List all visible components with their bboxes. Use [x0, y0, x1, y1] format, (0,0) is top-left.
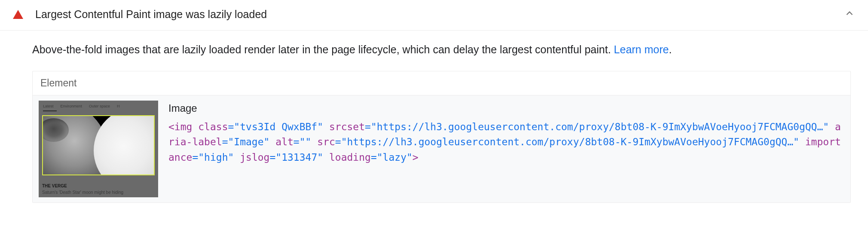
- code-attr: jslog: [240, 152, 269, 163]
- audit-description: Above-the-fold images that are lazily lo…: [32, 42, 851, 58]
- code-punct: =: [228, 121, 234, 132]
- description-suffix: .: [669, 43, 672, 55]
- code-tag-open: <img: [168, 121, 192, 132]
- code-val: "lazy": [377, 152, 413, 163]
- code-attr: srcset: [329, 121, 365, 132]
- code-val: "131347": [275, 152, 323, 163]
- thumb-nav-item: H: [117, 104, 120, 108]
- element-label: Image: [168, 102, 844, 114]
- code-punct: =: [269, 152, 275, 163]
- thumb-brand: THE VERGE: [42, 184, 155, 188]
- element-thumbnail: Latest Environment Outer space H THE VER…: [39, 101, 158, 197]
- code-tag-close: >: [413, 152, 419, 163]
- learn-more-link[interactable]: Learn more: [614, 43, 669, 55]
- element-table: Element Latest Environment Outer space H: [32, 71, 851, 203]
- code-punct: =: [222, 136, 228, 147]
- thumb-nav-item: Environment: [61, 104, 83, 108]
- crater-shape-icon: [42, 118, 69, 142]
- code-val: "Image": [228, 136, 269, 147]
- code-attr: class: [198, 121, 228, 132]
- audit-body: Above-the-fold images that are lazily lo…: [0, 31, 868, 216]
- code-punct: =: [365, 121, 371, 132]
- code-punct: =: [371, 152, 377, 163]
- audit-header[interactable]: Largest Contentful Paint image was lazil…: [0, 0, 868, 31]
- thumb-highlight-box: [42, 115, 155, 175]
- code-val: "high": [198, 152, 234, 163]
- thumb-nav-item: Latest: [43, 104, 54, 108]
- code-val: "https://lh3.googleusercontent.com/proxy…: [371, 121, 829, 132]
- audit-panel: Largest Contentful Paint image was lazil…: [0, 0, 868, 216]
- table-row: Latest Environment Outer space H THE VER…: [33, 95, 850, 202]
- fail-triangle-icon: [13, 10, 23, 19]
- description-text: Above-the-fold images that are lazily lo…: [32, 43, 614, 55]
- thumb-footer: THE VERGE Saturn's 'Death Star' moon mig…: [42, 184, 155, 195]
- code-punct: =: [335, 136, 341, 147]
- element-table-header: Element: [33, 71, 850, 95]
- element-details: Image <img class="tvs3Id QwxBBf" srcset=…: [168, 101, 844, 197]
- code-val: "https://lh3.googleusercontent.com/proxy…: [341, 136, 799, 147]
- code-val: "": [300, 136, 312, 147]
- thumb-nav-item: Outer space: [89, 104, 110, 108]
- code-attr: src: [317, 136, 335, 147]
- thumb-nav: Latest Environment Outer space H: [39, 101, 158, 110]
- chevron-up-icon[interactable]: [844, 8, 855, 21]
- audit-title: Largest Contentful Paint image was lazil…: [35, 8, 844, 21]
- thumb-nav-underline: [43, 110, 57, 111]
- code-attr: loading: [329, 152, 371, 163]
- element-code-snippet[interactable]: <img class="tvs3Id QwxBBf" srcset="https…: [168, 119, 844, 165]
- moon-shape-icon: [94, 115, 155, 175]
- code-val: "tvs3Id QwxBBf": [234, 121, 323, 132]
- code-attr: alt: [275, 136, 293, 147]
- thumb-caption: Saturn's 'Death Star' moon might be hidi…: [42, 190, 155, 195]
- code-punct: =: [192, 152, 198, 163]
- code-punct: =: [293, 136, 300, 147]
